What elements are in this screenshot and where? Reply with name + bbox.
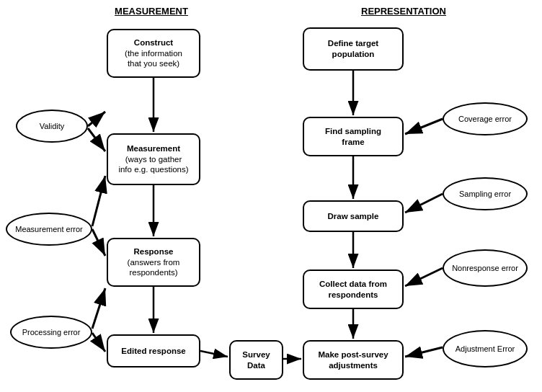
find-sampling-label2: frame [325, 137, 381, 148]
measurement-error-label: Measurement error [15, 224, 83, 234]
draw-sample-box: Draw sample [303, 200, 404, 232]
post-survey-box: Make post-survey adjustments [303, 340, 404, 380]
sampling-error-oval: Sampling error [443, 177, 528, 210]
survey-data-box: Survey Data [229, 340, 283, 380]
define-target-label: Define target [328, 38, 378, 49]
representation-title: REPRESENTATION [332, 6, 476, 17]
svg-line-20 [405, 347, 443, 357]
measurement-error-oval: Measurement error [6, 213, 92, 246]
processing-error-label: Processing error [22, 327, 81, 337]
find-sampling-box: Find sampling frame [303, 117, 404, 156]
survey-data-label2: Data [242, 360, 270, 371]
post-survey-label2: adjustments [318, 360, 388, 371]
measurement-box: Measurement (ways to gather info e.g. qu… [107, 133, 200, 185]
construct-label: Construct [125, 37, 182, 48]
draw-sample-label: Draw sample [328, 211, 379, 222]
find-sampling-label: Find sampling [325, 126, 381, 137]
survey-data-label: Survey [242, 349, 270, 360]
edited-response-box: Edited response [107, 334, 200, 368]
validity-oval: Validity [16, 110, 88, 143]
adjustment-error-label: Adjustment Error [456, 344, 515, 354]
svg-line-18 [405, 194, 443, 213]
define-target-box: Define target population [303, 27, 404, 71]
response-sub2: respondents) [128, 267, 180, 278]
measurement-label: Measurement [118, 143, 188, 154]
collect-data-label2: respondents [319, 290, 387, 300]
edited-response-label: Edited response [121, 346, 185, 357]
svg-line-17 [405, 119, 443, 134]
svg-line-19 [405, 268, 443, 286]
diagram-container: MEASUREMENT REPRESENTATION Construct (th… [0, 0, 542, 392]
measurement-sub1: (ways to gather [118, 154, 188, 165]
adjustment-error-oval: Adjustment Error [443, 330, 528, 368]
construct-sub1: (the information [125, 48, 182, 59]
svg-line-8 [92, 176, 105, 226]
svg-line-7 [92, 229, 105, 256]
construct-box: Construct (the information that you seek… [107, 29, 200, 78]
collect-data-label: Collect data from [319, 279, 387, 290]
measurement-title: MEASUREMENT [94, 6, 209, 17]
response-sub1: (answers from [128, 257, 180, 268]
processing-error-oval: Processing error [10, 316, 92, 349]
nonresponse-error-oval: Nonresponse error [443, 249, 528, 287]
construct-sub2: that you seek) [125, 58, 182, 69]
response-label: Response [128, 246, 180, 257]
sampling-error-label: Sampling error [459, 189, 511, 199]
svg-line-5 [88, 112, 105, 126]
define-target-label2: population [328, 49, 378, 60]
svg-line-10 [92, 288, 105, 329]
collect-data-box: Collect data from respondents [303, 270, 404, 309]
coverage-error-label: Coverage error [458, 114, 512, 124]
svg-line-9 [92, 333, 105, 352]
coverage-error-oval: Coverage error [443, 102, 528, 135]
measurement-sub2: info e.g. questions) [118, 164, 188, 175]
svg-line-6 [88, 128, 105, 151]
svg-line-11 [200, 351, 228, 357]
nonresponse-error-label: Nonresponse error [452, 263, 518, 273]
post-survey-label: Make post-survey [318, 349, 388, 360]
response-box: Response (answers from respondents) [107, 238, 200, 287]
